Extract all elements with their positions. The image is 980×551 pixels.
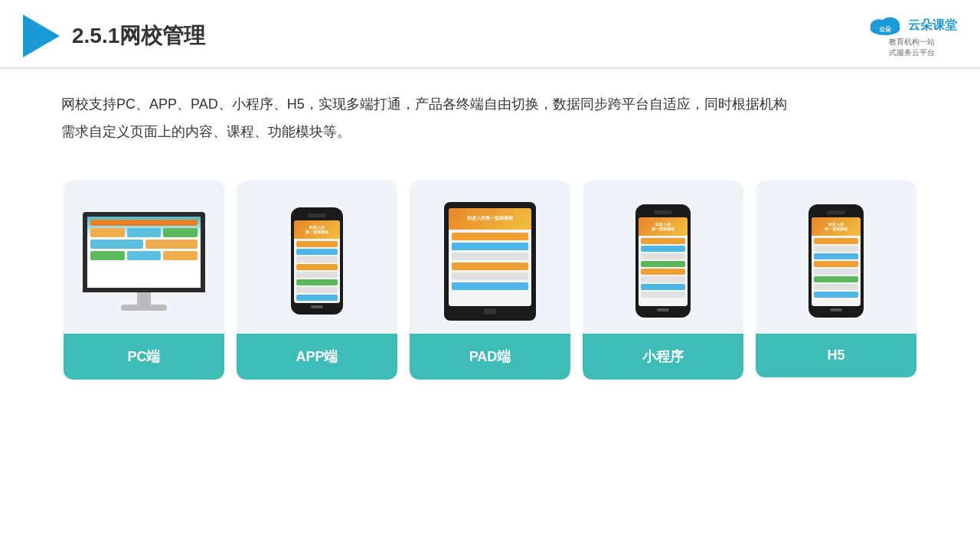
h5-image-area: 职进人的第一堂刷课程 xyxy=(756,181,916,334)
monitor-screen-inner xyxy=(87,217,201,288)
block-6 xyxy=(90,251,125,260)
pc-label: PC端 xyxy=(64,334,224,380)
mini-header: 职进人的第一堂刷课程 xyxy=(639,217,688,236)
mini-label: 小程序 xyxy=(583,334,743,380)
mini-home xyxy=(657,308,669,311)
tablet-body xyxy=(449,230,531,306)
monitor-bar xyxy=(90,220,198,226)
block-2 xyxy=(127,228,162,237)
mini-notch xyxy=(654,210,672,214)
cards-container: PC端 职进人的第一堂刷课程 xyxy=(0,153,980,380)
pc-card: PC端 xyxy=(64,181,224,380)
block-4 xyxy=(90,240,143,249)
brand-name: 云朵课堂 xyxy=(908,18,957,34)
phone-body xyxy=(294,239,340,303)
mini-phone: 职进人的第一堂刷课程 xyxy=(635,204,691,318)
h5-label: H5 xyxy=(756,334,916,377)
logo-icon xyxy=(23,15,60,57)
h5-card: 职进人的第一堂刷课程 H5 xyxy=(756,181,916,380)
pad-image-area: 职进人的第一堂刷课程 xyxy=(410,181,570,334)
brand-logo: 云朵 云朵课堂 教育机构一站 式服务云平台 xyxy=(867,14,957,58)
monitor-screen xyxy=(83,212,205,292)
mini-card: 职进人的第一堂刷课程 小程序 xyxy=(583,181,743,380)
h5-screen: 职进人的第一堂刷课程 xyxy=(812,217,861,306)
monitor-row-2 xyxy=(90,240,198,249)
block-1 xyxy=(90,228,125,237)
cloud-logo-container: 云朵 云朵课堂 xyxy=(867,14,957,37)
header-left: 2.5.1网校管理 xyxy=(23,15,205,57)
h5-header: 职进人的第一堂刷课程 xyxy=(812,217,861,236)
app-card: 职进人的第一堂刷课程 APP端 xyxy=(237,181,397,380)
block-3 xyxy=(163,228,198,237)
header: 2.5.1网校管理 云朵 云朵课堂 教育机构一站 式服务云平台 xyxy=(0,0,980,69)
h5-home xyxy=(830,308,842,311)
pc-image-area xyxy=(64,181,224,334)
monitor-row-1 xyxy=(90,228,198,237)
tablet-screen: 职进人的第一堂刷课程 xyxy=(449,208,531,306)
monitor-row-3 xyxy=(90,251,198,260)
phone-screen: 职进人的第一堂刷课程 xyxy=(294,220,340,303)
app-image-area: 职进人的第一堂刷课程 xyxy=(237,181,397,334)
pad-label: PAD端 xyxy=(410,334,570,380)
description-line2: 需求自定义页面上的内容、课程、功能模块等。 xyxy=(61,118,919,145)
monitor-neck xyxy=(137,292,151,305)
app-label: APP端 xyxy=(237,334,397,380)
phone-notch xyxy=(308,214,326,217)
app-phone: 职进人的第一堂刷课程 xyxy=(291,207,343,315)
mini-image-area: 职进人的第一堂刷课程 xyxy=(583,181,743,334)
page-title: 2.5.1网校管理 xyxy=(72,21,205,51)
svg-text:云朵: 云朵 xyxy=(879,26,892,33)
cloud-icon: 云朵 xyxy=(867,14,903,37)
pad-card: 职进人的第一堂刷课程 PAD端 xyxy=(410,181,570,380)
description-line1: 网校支持PC、APP、PAD、小程序、H5，实现多端打通，产品各终端自由切换，数… xyxy=(61,90,919,118)
tablet-home xyxy=(484,308,496,315)
block-5 xyxy=(145,240,198,249)
pc-monitor xyxy=(83,212,205,311)
brand-sub: 教育机构一站 式服务云平台 xyxy=(889,37,935,58)
block-7 xyxy=(127,251,162,260)
mini-screen: 职进人的第一堂刷课程 xyxy=(639,217,688,306)
tablet-mockup: 职进人的第一堂刷课程 xyxy=(444,202,536,321)
description-area: 网校支持PC、APP、PAD、小程序、H5，实现多端打通，产品各终端自由切换，数… xyxy=(0,69,980,145)
block-8 xyxy=(163,251,198,260)
monitor-base xyxy=(121,305,167,311)
h5-phone: 职进人的第一堂刷课程 xyxy=(808,204,864,318)
mini-body xyxy=(639,236,688,306)
phone-home xyxy=(311,305,323,308)
h5-body xyxy=(812,236,861,306)
h5-notch xyxy=(827,210,845,214)
tablet-header: 职进人的第一堂刷课程 xyxy=(449,208,531,230)
phone-header: 职进人的第一堂刷课程 xyxy=(294,220,340,239)
